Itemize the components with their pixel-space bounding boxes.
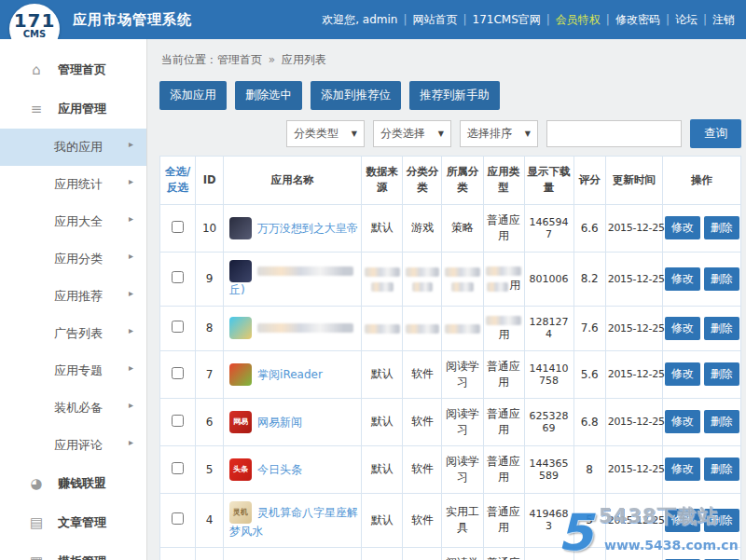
chevron-right-icon: ▸ bbox=[129, 400, 133, 410]
filter-bar: 分类类型▼分类选择▼选择排序▼ 查询 bbox=[159, 119, 741, 148]
forum-link[interactable]: 论坛 bbox=[675, 13, 698, 26]
cell-actions: 修改删除 bbox=[662, 306, 740, 350]
cell-downloads: 62532869 bbox=[524, 398, 573, 445]
row-checkbox[interactable] bbox=[172, 462, 184, 474]
delete-button[interactable]: 删除 bbox=[704, 509, 739, 532]
main-content: 当前位置：管理首页 » 应用列表 添加应用删除选中添加到推荐位推荐到新手助 分类… bbox=[148, 39, 746, 560]
sidebar-item-money-union[interactable]: ◕赚钱联盟 bbox=[0, 464, 146, 503]
cell-checkbox bbox=[160, 204, 196, 252]
row-checkbox[interactable] bbox=[172, 221, 184, 233]
sidebar-item-home[interactable]: ⌂管理首页 bbox=[0, 50, 146, 89]
cell-app-type: 用 bbox=[483, 306, 524, 350]
sidebar-item-app-management[interactable]: ≡应用管理 bbox=[0, 89, 146, 129]
cell-cat-type: 游戏 bbox=[403, 204, 442, 252]
filter-sort-select[interactable]: 选择排序▼ bbox=[460, 120, 538, 147]
delete-button[interactable]: 删除 bbox=[704, 410, 739, 433]
sidebar-item-article-management[interactable]: ▤文章管理 bbox=[0, 503, 146, 542]
cell-app-name: 1.一点资讯 bbox=[224, 547, 362, 560]
app-name-link[interactable]: 今日头条 bbox=[257, 462, 302, 475]
cell-app-type: 普通应用 bbox=[483, 547, 524, 560]
edit-button[interactable]: 修改 bbox=[665, 458, 700, 481]
cell-source: 默认 bbox=[362, 204, 403, 252]
search-input[interactable] bbox=[546, 120, 682, 147]
change-password-link[interactable]: 修改密码 bbox=[615, 13, 660, 26]
cell-app-name: 灵机灵机算命八字星座解梦风水 bbox=[224, 493, 362, 547]
edit-button[interactable]: 修改 bbox=[665, 362, 700, 386]
edit-button[interactable]: 修改 bbox=[665, 410, 700, 433]
app-name-link[interactable]: 万万没想到之大皇帝 bbox=[257, 221, 358, 234]
delete-selected-button[interactable]: 删除选中 bbox=[235, 81, 302, 110]
edit-button[interactable]: 修改 bbox=[665, 509, 700, 532]
delete-button[interactable]: 删除 bbox=[704, 458, 739, 481]
cell-app-type: 普通应用 bbox=[483, 350, 524, 398]
sidebar-subitem-app-category[interactable]: 应用分类▸ bbox=[0, 240, 146, 278]
cell-updated: 2015-12-25 bbox=[605, 493, 662, 547]
sidebar-subitem-app-recommend[interactable]: 应用推荐▸ bbox=[0, 278, 146, 315]
censored-blur bbox=[486, 316, 521, 325]
add-app-button[interactable]: 添加应用 bbox=[159, 81, 227, 110]
cell-actions: 修改删除 bbox=[662, 547, 740, 560]
member-privilege-link[interactable]: 会员特权 bbox=[556, 13, 601, 26]
sidebar-subitem-my-apps[interactable]: 我的应用▸ bbox=[0, 129, 146, 166]
site-home-link[interactable]: 网站首页 bbox=[413, 13, 458, 26]
cell-updated: 2015-12-25 bbox=[605, 445, 662, 493]
row-checkbox[interactable] bbox=[172, 512, 184, 525]
row-checkbox[interactable] bbox=[172, 367, 184, 379]
sidebar-item-template-management[interactable]: ▦模板管理 bbox=[0, 542, 146, 560]
cell-category: 实用工具 bbox=[442, 493, 483, 547]
table-row: 8用12812747.62015-12-25修改删除 bbox=[160, 306, 741, 350]
sidebar-subitem-app-all[interactable]: 应用大全▸ bbox=[0, 203, 146, 240]
cell-app-type: 普通应用 bbox=[483, 445, 524, 493]
add-to-recommend-button[interactable]: 添加到推荐位 bbox=[311, 81, 401, 110]
chevron-right-icon: ▸ bbox=[129, 362, 133, 373]
breadcrumb-prefix: 当前位置：管理首页 bbox=[161, 53, 262, 66]
select-all-link[interactable]: 全选/反选 bbox=[165, 165, 190, 194]
edit-button[interactable]: 修改 bbox=[665, 267, 700, 291]
sidebar-subitem-ad-list[interactable]: 广告列表▸ bbox=[0, 315, 146, 352]
delete-button[interactable]: 删除 bbox=[704, 267, 739, 291]
filter-category-select[interactable]: 分类选择▼ bbox=[373, 120, 451, 147]
logout-link[interactable]: 注销 bbox=[712, 13, 735, 26]
edit-button[interactable]: 修改 bbox=[665, 317, 700, 340]
app-name-link[interactable]: 掌阅iReader bbox=[257, 367, 323, 380]
cell-source: 默认 bbox=[362, 445, 403, 493]
welcome-admin[interactable]: 欢迎您, admin bbox=[322, 13, 397, 26]
sidebar-subitem-essential-apps[interactable]: 装机必备▸ bbox=[0, 389, 146, 427]
filter-select-label: 分类选择 bbox=[380, 126, 425, 142]
app-name-link[interactable]: 网易新闻 bbox=[257, 415, 302, 428]
cell-category: 阅读学习 bbox=[442, 445, 483, 493]
official-site-link[interactable]: 171CMS官网 bbox=[473, 13, 541, 26]
query-button[interactable]: 查询 bbox=[690, 119, 741, 148]
row-checkbox[interactable] bbox=[172, 271, 184, 283]
app-name-link[interactable]: 丘) bbox=[229, 283, 245, 296]
row-checkbox[interactable] bbox=[172, 321, 184, 333]
cell-id: 7 bbox=[196, 350, 224, 398]
pipe-separator: | bbox=[666, 13, 670, 26]
sidebar-subitem-app-topics[interactable]: 应用专题▸ bbox=[0, 352, 146, 389]
cell-app-name: 万万没想到之大皇帝 bbox=[224, 204, 362, 252]
sidebar-subitem-label: 应用专题 bbox=[54, 363, 103, 377]
app-icon: 网易 bbox=[229, 411, 252, 433]
delete-button[interactable]: 删除 bbox=[704, 216, 739, 239]
filter-category-type-select[interactable]: 分类类型▼ bbox=[286, 120, 365, 147]
col-app-type: 应用类型 bbox=[483, 157, 524, 205]
home-icon: ⌂ bbox=[28, 61, 45, 78]
app-icon: 灵机 bbox=[229, 501, 252, 524]
sidebar-subitem-app-stats[interactable]: 应用统计▸ bbox=[0, 166, 146, 203]
recommend-newbie-button[interactable]: 推荐到新手助 bbox=[409, 81, 500, 110]
cell-app-type: 普通应用 bbox=[483, 204, 524, 252]
filter-select-label: 选择排序 bbox=[467, 126, 512, 142]
row-checkbox[interactable] bbox=[172, 415, 184, 427]
edit-button[interactable]: 修改 bbox=[665, 216, 700, 239]
cell-source bbox=[362, 306, 403, 350]
sidebar-subitem-app-comments[interactable]: 应用评论▸ bbox=[0, 427, 146, 464]
cell-score: 8.2 bbox=[573, 252, 605, 306]
col-updated: 更新时间 bbox=[605, 157, 662, 205]
delete-button[interactable]: 删除 bbox=[704, 317, 739, 340]
breadcrumb: 当前位置：管理首页 » 应用列表 bbox=[161, 52, 741, 68]
pie-icon: ◕ bbox=[28, 475, 45, 492]
delete-button[interactable]: 删除 bbox=[704, 362, 739, 386]
toolbar: 添加应用删除选中添加到推荐位推荐到新手助 bbox=[159, 81, 741, 110]
cell-category bbox=[442, 306, 483, 350]
cell-actions: 修改删除 bbox=[662, 445, 740, 493]
